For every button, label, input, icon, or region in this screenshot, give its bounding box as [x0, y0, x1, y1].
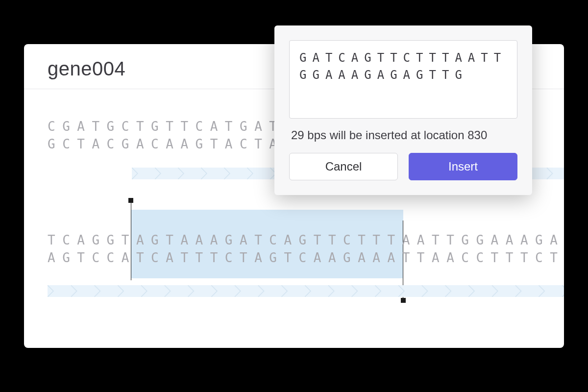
- sequence-forward-2: TCAGGTAGTAAAGATCAGTTCTTTAATTGGAAAGAGAGTT…: [48, 231, 540, 249]
- sequence-reverse-2: AGTCCATCATTTCTAGTCAAGAAATTAACCTTTCTCTCAA…: [48, 249, 540, 267]
- sequence-block-2: TCAGGTAGTAAAGATCAGTTCTTTAATTGGAAAGAGAGTT…: [48, 231, 540, 267]
- insert-dialog: GATCAGTTCTTTAATTGGAAAGAGAGTTG 29 bps wil…: [274, 25, 532, 195]
- dialog-actions: Cancel Insert: [289, 153, 517, 180]
- insert-sequence-input[interactable]: GATCAGTTCTTTAATTGGAAAGAGAGTTG: [289, 40, 517, 119]
- svg-rect-1: [48, 285, 564, 297]
- annotation-track-2: [48, 285, 564, 297]
- insert-button[interactable]: Insert: [409, 153, 517, 180]
- insert-status-message: 29 bps will be inserted at location 830: [291, 128, 515, 142]
- chevron-track-icon: [48, 285, 564, 297]
- selection-handle-bottom-right[interactable]: [401, 298, 406, 303]
- selection-handle-top-left[interactable]: [128, 198, 133, 203]
- cancel-button[interactable]: Cancel: [289, 153, 398, 180]
